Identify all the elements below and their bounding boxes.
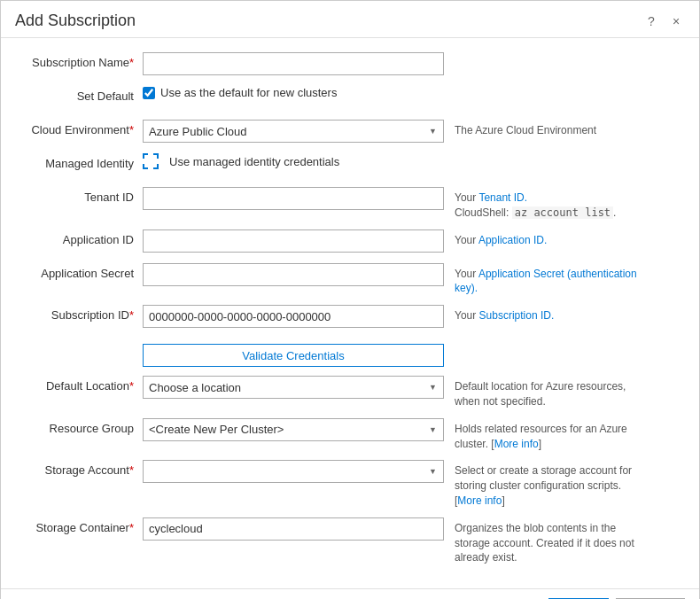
default-location-row: Default Location* Choose a location Defa… [19,376,681,409]
dialog-title-bar: Add Subscription ? × [1,1,699,38]
validate-row: Validate Credentials [19,338,681,367]
application-secret-control [143,263,444,286]
resource-group-control: <Create New Per Cluster> [143,418,444,441]
help-button[interactable]: ? [642,12,660,30]
storage-account-label: Storage Account* [19,460,143,477]
managed-identity-checkbox-label: Use managed identity credentials [169,155,339,168]
set-default-label: Set Default [19,86,143,103]
resource-group-more-info-link[interactable]: More info [494,438,539,450]
storage-account-control [143,460,444,483]
application-secret-link[interactable]: Application Secret (authentication key). [455,268,637,295]
tenant-id-hint: Your Tenant ID. CloudShell: az account l… [455,187,616,221]
subscription-name-input[interactable] [143,52,444,75]
validate-spacer [19,338,143,342]
storage-account-more-info-link[interactable]: More info [457,494,502,507]
storage-account-select-wrapper [143,460,444,483]
validate-credentials-button[interactable]: Validate Credentials [143,344,444,367]
default-location-control: Choose a location [143,376,444,399]
resource-group-select[interactable]: <Create New Per Cluster> [143,418,444,441]
storage-account-hint: Select or create a storage account for s… [455,460,649,508]
set-default-checkbox-label: Use as the default for new clusters [160,86,337,99]
storage-account-row: Storage Account* Select or create a stor… [19,460,681,508]
default-location-select[interactable]: Choose a location [143,376,444,399]
resource-group-select-wrapper: <Create New Per Cluster> [143,418,444,441]
tenant-id-code: az account list [512,206,613,219]
tenant-id-row: Tenant ID Your Tenant ID. CloudShell: az… [19,187,681,221]
dialog-footer: Save Cancel [1,588,699,599]
storage-container-label: Storage Container* [19,517,143,534]
storage-container-row: Storage Container* Organizes the blob co… [19,517,681,565]
dialog-body: Subscription Name* Set Default Use as th… [1,38,699,588]
cloud-environment-label: Cloud Environment* [19,120,143,136]
tenant-id-label: Tenant ID [19,187,143,204]
application-secret-input[interactable] [143,263,444,286]
managed-identity-checkbox-row: Use managed identity credentials [143,153,444,169]
managed-identity-control: Use managed identity credentials [143,153,444,169]
storage-container-control [143,517,444,541]
storage-container-input[interactable] [143,517,444,541]
application-secret-row: Application Secret Your Application Secr… [19,263,681,297]
tenant-id-input[interactable] [143,187,444,210]
set-default-checkbox[interactable] [143,87,155,99]
resource-group-hint: Holds related resources for an Azure clu… [455,418,649,452]
application-id-input[interactable] [143,229,444,253]
subscription-id-label: Subscription ID* [19,305,143,322]
tenant-id-control [143,187,444,210]
resource-group-label: Resource Group [19,418,143,435]
application-id-link[interactable]: Application ID. [478,234,547,246]
cloud-environment-hint: The Azure Cloud Environment [455,120,596,138]
application-secret-label: Application Secret [19,263,143,280]
title-actions: ? × [642,12,685,30]
resource-group-row: Resource Group <Create New Per Cluster> … [19,418,681,452]
storage-container-hint: Organizes the blob contents in the stora… [455,517,649,565]
subscription-id-control [143,305,444,328]
subscription-name-control [143,52,444,75]
subscription-id-link[interactable]: Subscription ID. [479,309,555,322]
storage-account-select[interactable] [143,460,444,483]
dialog-title: Add Subscription [15,12,136,30]
managed-identity-row: Managed Identity Use managed identity cr… [19,153,681,178]
subscription-name-label: Subscription Name* [19,52,143,69]
subscription-id-hint: Your Subscription ID. [455,305,554,323]
set-default-checkbox-row: Use as the default for new clusters [143,86,444,99]
default-location-label: Default Location* [19,376,143,393]
managed-identity-checkbox[interactable] [143,153,159,169]
default-location-select-wrapper: Choose a location [143,376,444,399]
cloud-environment-control: Azure Public Cloud Azure China Cloud Azu… [143,120,444,143]
cloud-environment-select-wrapper: Azure Public Cloud Azure China Cloud Azu… [143,120,444,143]
set-default-control: Use as the default for new clusters [143,86,444,99]
subscription-id-input[interactable] [143,305,444,328]
managed-identity-label: Managed Identity [19,153,143,170]
close-button[interactable]: × [667,12,685,30]
application-id-hint: Your Application ID. [455,229,547,248]
set-default-row: Set Default Use as the default for new c… [19,86,681,111]
application-id-control [143,229,444,253]
subscription-name-row: Subscription Name* [19,52,681,77]
validate-control: Validate Credentials [143,338,444,367]
application-id-label: Application ID [19,229,143,246]
application-secret-hint: Your Application Secret (authentication … [455,263,649,297]
cloud-environment-row: Cloud Environment* Azure Public Cloud Az… [19,120,681,144]
application-id-row: Application ID Your Application ID. [19,229,681,254]
default-location-hint: Default location for Azure resources, wh… [455,376,649,409]
add-subscription-dialog: Add Subscription ? × Subscription Name* … [0,0,700,599]
tenant-id-link[interactable]: Tenant ID. [478,191,527,204]
subscription-id-row: Subscription ID* Your Subscription ID. [19,305,681,330]
cloud-environment-select[interactable]: Azure Public Cloud Azure China Cloud Azu… [143,120,444,143]
